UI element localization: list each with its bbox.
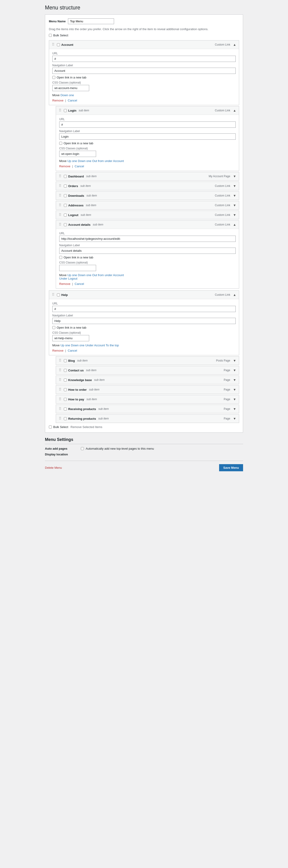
help-move-to-top[interactable]: To the top: [106, 344, 119, 347]
menu-item-blog-header[interactable]: ⠿ Blog sub item Posts Page: [56, 356, 239, 365]
contact-us-checkbox[interactable]: [64, 369, 67, 372]
menu-item-account-details-header[interactable]: ⠿ Account details sub item Custom Link: [56, 220, 239, 229]
drag-handle-receiving-products[interactable]: ⠿: [59, 407, 61, 410]
login-css-input[interactable]: [59, 151, 96, 157]
menu-item-contact-us-header[interactable]: ⠿ Contact us sub item Page: [56, 366, 239, 374]
returning-products-checkbox[interactable]: [64, 417, 67, 420]
menu-item-logout-header[interactable]: ⠿ Logout sub item Custom Link: [56, 211, 239, 219]
drag-handle-help[interactable]: ⠿: [52, 293, 55, 296]
downloads-checkbox[interactable]: [64, 194, 67, 197]
drag-handle-account[interactable]: ⠿: [52, 43, 55, 46]
help-checkbox[interactable]: [57, 293, 60, 297]
login-remove-link[interactable]: Remove: [59, 164, 70, 168]
account-url-input[interactable]: [52, 56, 236, 62]
account-details-move-down[interactable]: Down one: [78, 273, 91, 277]
menu-item-addresses-header[interactable]: ⠿ Addresses sub item Custom Link: [56, 201, 239, 209]
login-checkbox[interactable]: [64, 109, 67, 112]
account-details-move-out[interactable]: Out from under Account: [92, 273, 124, 277]
drag-handle-contact-us[interactable]: ⠿: [59, 369, 61, 372]
drag-handle-how-to-order[interactable]: ⠿: [59, 388, 61, 391]
auto-add-pages-checkbox[interactable]: [81, 447, 84, 450]
login-move-up[interactable]: Up one: [67, 159, 77, 163]
orders-checkbox[interactable]: [64, 185, 67, 188]
downloads-toggle-icon[interactable]: [233, 194, 236, 197]
menu-item-help-header[interactable]: ⠿ Help Custom Link: [49, 291, 239, 299]
orders-toggle-icon[interactable]: [233, 184, 236, 188]
help-move-down[interactable]: Down one: [71, 344, 85, 347]
menu-item-dashboard-header[interactable]: ⠿ Dashboard sub item My Account Page: [56, 172, 239, 180]
menu-item-knowledge-base-header[interactable]: ⠿ Knowledge base sub item Page: [56, 376, 239, 384]
drag-handle-logout[interactable]: ⠿: [59, 214, 61, 216]
account-remove-link[interactable]: Remove: [52, 99, 63, 102]
receiving-products-checkbox[interactable]: [64, 407, 67, 410]
drag-handle-login[interactable]: ⠿: [59, 109, 61, 112]
menu-item-login-header[interactable]: ⠿ Login sub item Custom Link: [56, 106, 239, 115]
help-move-under-account[interactable]: Under Account: [85, 344, 105, 347]
how-to-order-toggle-icon[interactable]: [233, 388, 236, 392]
returning-products-toggle-icon[interactable]: [233, 417, 236, 421]
logout-toggle-icon[interactable]: [233, 213, 236, 217]
account-details-url-input[interactable]: [59, 236, 236, 242]
drag-handle-downloads[interactable]: ⠿: [59, 194, 61, 197]
drag-handle-returning-products[interactable]: ⠿: [59, 417, 61, 420]
knowledge-base-toggle-icon[interactable]: [233, 378, 236, 382]
menu-item-receiving-products-header[interactable]: ⠿ Receiving products sub item Page: [56, 405, 239, 413]
blog-checkbox[interactable]: [64, 359, 67, 362]
account-details-remove-link[interactable]: Remove: [59, 282, 70, 286]
addresses-toggle-icon[interactable]: [233, 204, 236, 207]
menu-name-input[interactable]: [68, 19, 114, 24]
account-css-input[interactable]: [52, 85, 89, 91]
addresses-checkbox[interactable]: [64, 204, 67, 207]
login-url-input[interactable]: [59, 122, 236, 128]
help-move-up[interactable]: Up one: [60, 344, 70, 347]
account-cancel-link[interactable]: Cancel: [68, 99, 77, 102]
bulk-select-bottom-checkbox[interactable]: [49, 426, 52, 429]
account-nav-label-input[interactable]: [52, 68, 236, 74]
account-checkbox[interactable]: [57, 43, 60, 46]
receiving-products-toggle-icon[interactable]: [233, 407, 236, 411]
drag-handle-knowledge-base[interactable]: ⠿: [59, 378, 61, 381]
help-remove-link[interactable]: Remove: [52, 349, 63, 352]
help-url-input[interactable]: [52, 306, 236, 312]
delete-menu-link[interactable]: Delete Menu: [45, 466, 62, 469]
help-cancel-link[interactable]: Cancel: [68, 349, 77, 352]
menu-item-account-header[interactable]: ⠿ Account Custom Link: [49, 40, 239, 49]
help-css-input[interactable]: [52, 335, 89, 341]
menu-item-returning-products-header[interactable]: ⠿ Returning products sub item Page: [56, 414, 239, 423]
bulk-select-bottom-label[interactable]: Bulk Select: [49, 425, 68, 429]
bulk-select-checkbox[interactable]: [49, 34, 52, 37]
menu-item-how-to-pay-header[interactable]: ⠿ How to pay sub item Page: [56, 395, 239, 403]
account-details-toggle-icon[interactable]: [233, 223, 236, 226]
account-toggle-icon[interactable]: [233, 43, 236, 46]
account-details-nav-label-input[interactable]: [59, 248, 236, 254]
remove-selected-button[interactable]: Remove Selected Items: [70, 425, 102, 429]
login-move-down[interactable]: Down one: [78, 159, 91, 163]
how-to-pay-toggle-icon[interactable]: [233, 397, 236, 401]
login-toggle-icon[interactable]: [233, 108, 236, 112]
drag-handle-how-to-pay[interactable]: ⠿: [59, 398, 61, 401]
account-details-move-up[interactable]: Up one: [67, 273, 77, 277]
contact-us-toggle-icon[interactable]: [233, 368, 236, 372]
help-toggle-icon[interactable]: [233, 293, 236, 297]
menu-item-downloads-header[interactable]: ⠿ Downloads sub item Custom Link: [56, 191, 239, 200]
account-details-cancel-link[interactable]: Cancel: [75, 282, 84, 286]
help-new-tab-checkbox[interactable]: [52, 326, 55, 329]
dashboard-toggle-icon[interactable]: [233, 175, 236, 178]
drag-handle-dashboard[interactable]: ⠿: [59, 175, 61, 178]
drag-handle-blog[interactable]: ⠿: [59, 359, 61, 362]
menu-item-orders-header[interactable]: ⠿ Orders sub item Custom Link: [56, 182, 239, 190]
drag-handle-addresses[interactable]: ⠿: [59, 204, 61, 207]
dashboard-checkbox[interactable]: [64, 175, 67, 178]
login-nav-label-input[interactable]: [59, 133, 236, 140]
login-move-out[interactable]: Out from under Account: [92, 159, 124, 163]
account-details-new-tab-checkbox[interactable]: [59, 256, 62, 259]
help-nav-label-input[interactable]: [52, 318, 236, 324]
account-details-css-input[interactable]: [59, 265, 96, 271]
knowledge-base-checkbox[interactable]: [64, 378, 67, 381]
drag-handle-account-details[interactable]: ⠿: [59, 223, 61, 226]
login-cancel-link[interactable]: Cancel: [75, 164, 84, 168]
account-details-move-under-logout[interactable]: Under Logout: [59, 277, 78, 280]
login-new-tab-checkbox[interactable]: [59, 142, 62, 145]
account-move-down[interactable]: Down one: [60, 93, 74, 97]
how-to-order-checkbox[interactable]: [64, 388, 67, 391]
